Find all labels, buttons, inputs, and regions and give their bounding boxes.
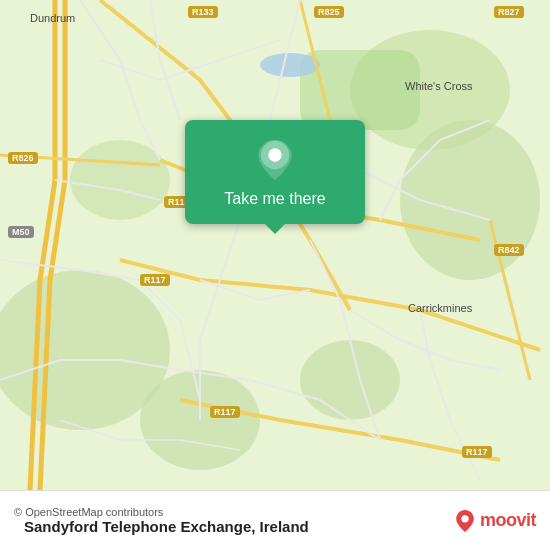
svg-point-11: [269, 149, 281, 161]
map-pin-icon: [255, 140, 295, 180]
moovit-text: moovit: [480, 510, 536, 531]
r117-shield-4: R117: [462, 446, 492, 458]
r133-shield: R133: [188, 6, 218, 18]
svg-point-12: [461, 515, 468, 522]
r117-shield-3: R117: [210, 406, 240, 418]
map-container: Dundrum White's Cross Carrickmines R133 …: [0, 0, 550, 490]
r825-shield: R825: [314, 6, 344, 18]
map-svg: [0, 0, 550, 490]
r826-shield: R826: [8, 152, 38, 164]
dundrum-label: Dundrum: [30, 12, 75, 24]
svg-point-4: [300, 340, 400, 420]
svg-point-8: [260, 53, 320, 77]
m50-shield: M50: [8, 226, 34, 238]
carrickmines-label: Carrickmines: [408, 302, 472, 314]
place-name: Sandyford Telephone Exchange, Ireland: [24, 518, 454, 535]
r827-shield: R827: [494, 6, 524, 18]
moovit-pin-icon: [454, 510, 476, 532]
bottom-bar: © OpenStreetMap contributors Sandyford T…: [0, 490, 550, 550]
take-me-there-popup[interactable]: Take me there: [185, 120, 365, 224]
take-me-there-label: Take me there: [224, 190, 325, 208]
r842-shield: R842: [494, 244, 524, 256]
moovit-logo: moovit: [454, 510, 536, 532]
r117-shield-2: R117: [140, 274, 170, 286]
whites-cross-label: White's Cross: [405, 80, 473, 92]
attribution-text: © OpenStreetMap contributors: [14, 506, 454, 518]
